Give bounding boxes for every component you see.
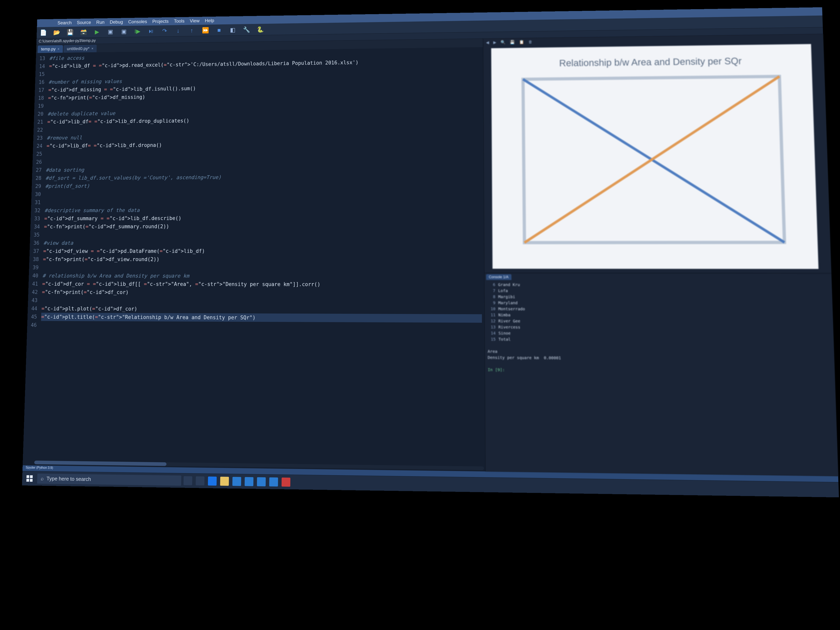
ipython-console-pane: Console 1/A 6Grand Kru 7Lofa 8Margibi 9M…: [485, 273, 838, 476]
svg-rect-6: [30, 479, 33, 482]
plot-title: Relationship b/w Area and Density per SQ…: [559, 56, 742, 68]
console-output[interactable]: 6Grand Kru 7Lofa 8Margibi 9Maryland 10Mo…: [485, 280, 838, 476]
run-cell-icon[interactable]: ▣: [107, 28, 114, 35]
preferences-icon[interactable]: 🔧: [243, 27, 250, 33]
menu-help[interactable]: Help: [205, 18, 214, 23]
taskbar-task-view-icon[interactable]: [196, 476, 204, 485]
stop-debug-icon[interactable]: ■: [216, 27, 223, 33]
save-all-icon[interactable]: 🗃️: [80, 29, 87, 35]
plot-save-icon[interactable]: 💾: [510, 40, 515, 44]
taskbar-photos-icon[interactable]: [257, 477, 265, 486]
menu-source[interactable]: Source: [77, 20, 91, 25]
run-selection-icon[interactable]: I▶: [134, 28, 141, 35]
menu-projects[interactable]: Projects: [152, 19, 169, 24]
taskbar-mail-icon[interactable]: [245, 477, 253, 486]
svg-rect-4: [30, 475, 33, 478]
taskbar-spyder-icon[interactable]: [281, 477, 290, 487]
menu-consoles[interactable]: Consoles: [128, 19, 147, 25]
run-cell-advance-icon[interactable]: ▣: [121, 28, 127, 35]
code-editor[interactable]: 1314151617181920212223242526272829303132…: [23, 47, 485, 466]
right-pane: ◀ ▶ 🔍 💾 📋 🗑 Relationship b/w Area and De…: [483, 34, 838, 476]
menu-view[interactable]: View: [190, 18, 200, 24]
plot-zoom-icon[interactable]: 🔍: [501, 40, 505, 44]
menu-run[interactable]: Run: [96, 20, 104, 25]
taskbar-search[interactable]: ⌕ Type here to search: [37, 474, 181, 486]
plot-copy-icon[interactable]: 📋: [519, 39, 524, 44]
debug-icon[interactable]: ⏯: [148, 28, 154, 34]
close-icon[interactable]: ×: [57, 47, 60, 51]
run-file-icon[interactable]: ▶: [94, 28, 100, 35]
taskbar-movies-icon[interactable]: [269, 477, 278, 486]
layout-icon[interactable]: ◧: [229, 27, 236, 33]
search-placeholder: Type here to search: [46, 475, 91, 482]
taskbar-edge-icon[interactable]: [208, 477, 217, 486]
menu-debug[interactable]: Debug: [110, 19, 123, 25]
editor-tab[interactable]: temp.py×: [38, 45, 63, 53]
plots-pane: ◀ ▶ 🔍 💾 📋 🗑 Relationship b/w Area and De…: [483, 34, 831, 273]
tab-label: untitled0.py*: [67, 46, 90, 51]
python-path-icon[interactable]: 🐍: [257, 26, 264, 33]
continue-icon[interactable]: ⏩: [202, 27, 209, 33]
menu-tools[interactable]: Tools: [174, 18, 185, 24]
windows-start-button[interactable]: [24, 473, 35, 484]
taskbar-cortana-icon[interactable]: [183, 476, 192, 485]
svg-rect-5: [27, 479, 29, 482]
step-into-icon[interactable]: ↓: [175, 27, 181, 34]
step-over-icon[interactable]: ↷: [161, 27, 168, 34]
open-file-icon[interactable]: 📂: [53, 29, 60, 36]
step-out-icon[interactable]: ↑: [188, 27, 195, 33]
save-icon[interactable]: 💾: [67, 29, 73, 35]
new-file-icon[interactable]: 📄: [40, 29, 46, 36]
menu-search[interactable]: Search: [57, 20, 72, 25]
search-icon: ⌕: [41, 475, 44, 482]
spyder-window: SearchSourceRunDebugConsolesProjectsTool…: [22, 7, 839, 497]
tab-label: temp.py: [41, 47, 56, 52]
plot-delete-icon[interactable]: 🗑: [528, 39, 532, 44]
close-icon[interactable]: ×: [91, 46, 93, 51]
plot-canvas: Relationship b/w Area and Density per SQ…: [491, 44, 818, 269]
taskbar-explorer-icon[interactable]: [220, 477, 229, 486]
plot-prev-icon[interactable]: ◀: [486, 40, 489, 44]
editor-tab[interactable]: untitled0.py*×: [63, 45, 97, 53]
taskbar-store-icon[interactable]: [232, 477, 241, 486]
plot-next-icon[interactable]: ▶: [493, 40, 496, 44]
console-tab[interactable]: Console 1/A: [486, 274, 512, 280]
editor-pane: temp.py×untitled0.py*× 13141516171819202…: [23, 38, 485, 471]
svg-rect-3: [27, 475, 29, 478]
